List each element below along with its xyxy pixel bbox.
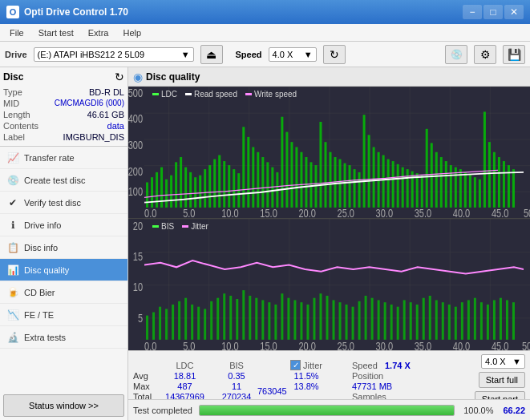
nav-create-test-disc[interactable]: 💿 Create test disc bbox=[0, 169, 127, 192]
svg-text:5.0: 5.0 bbox=[183, 208, 195, 217]
legend-jitter: Jitter bbox=[182, 222, 208, 231]
eject-button[interactable]: ⏏ bbox=[200, 45, 223, 64]
svg-rect-149 bbox=[306, 304, 309, 339]
svg-rect-69 bbox=[354, 169, 356, 208]
speed-select[interactable]: 4.0 X ▼ bbox=[269, 47, 317, 62]
cd-bier-icon: 🍺 bbox=[6, 286, 19, 299]
refresh-button[interactable]: ↻ bbox=[323, 45, 346, 64]
svg-rect-82 bbox=[416, 173, 419, 208]
svg-rect-154 bbox=[339, 302, 342, 340]
extra-tests-icon: 🔬 bbox=[6, 331, 19, 344]
read-speed-label: Read speed bbox=[194, 90, 237, 99]
nav-fe-te[interactable]: 📉 FE / TE bbox=[0, 304, 127, 326]
status-window-label: Status window >> bbox=[29, 401, 99, 410]
svg-rect-34 bbox=[184, 168, 187, 208]
disc-refresh-icon[interactable]: ↻ bbox=[115, 71, 124, 83]
status-window-button[interactable]: Status window >> bbox=[3, 394, 124, 417]
svg-rect-144 bbox=[274, 304, 277, 339]
svg-rect-78 bbox=[397, 164, 399, 208]
svg-rect-63 bbox=[324, 142, 326, 208]
svg-rect-47 bbox=[247, 137, 249, 208]
menu-help[interactable]: Help bbox=[116, 26, 148, 39]
svg-text:40.0: 40.0 bbox=[453, 208, 470, 217]
svg-rect-35 bbox=[189, 172, 192, 208]
quality-speed-select[interactable]: 4.0 X ▼ bbox=[481, 354, 525, 369]
verify-test-disc-icon: ✔ bbox=[6, 196, 19, 209]
svg-text:25.0: 25.0 bbox=[338, 339, 354, 350]
svg-rect-146 bbox=[287, 297, 289, 339]
svg-rect-128 bbox=[172, 304, 174, 339]
svg-text:200: 200 bbox=[128, 166, 143, 178]
bis-color bbox=[152, 225, 159, 228]
nav-transfer-rate[interactable]: 📈 Transfer rate bbox=[0, 147, 127, 169]
menu-file[interactable]: File bbox=[3, 26, 30, 39]
svg-rect-124 bbox=[146, 315, 148, 339]
disc-label-row: Label IMGBURN_DIS bbox=[3, 131, 124, 143]
quality-speed-val: 4.0 X bbox=[485, 357, 506, 366]
svg-rect-73 bbox=[373, 147, 375, 207]
nav-cd-bier[interactable]: 🍺 CD Bier bbox=[0, 281, 127, 304]
svg-rect-87 bbox=[440, 157, 443, 208]
progress-extra: 66.22 bbox=[503, 406, 525, 415]
svg-rect-172 bbox=[455, 306, 457, 339]
svg-rect-177 bbox=[487, 304, 489, 339]
svg-rect-71 bbox=[363, 115, 366, 208]
speed-col-label: Speed bbox=[352, 361, 378, 370]
svg-rect-64 bbox=[330, 152, 332, 208]
main-layout: Disc ↻ Type BD-R DL MID CMCMAGDI6 (000) … bbox=[0, 67, 530, 420]
svg-rect-103 bbox=[144, 219, 530, 340]
settings-button[interactable]: ⚙ bbox=[474, 45, 496, 64]
disc-panel-label: Disc bbox=[3, 71, 23, 83]
nav-section: 📈 Transfer rate 💿 Create test disc ✔ Ver… bbox=[0, 147, 127, 391]
svg-text:30.0: 30.0 bbox=[376, 208, 393, 217]
svg-rect-157 bbox=[358, 301, 361, 339]
svg-rect-171 bbox=[448, 304, 451, 339]
jitter-checkbox[interactable]: ✓ bbox=[290, 360, 301, 370]
svg-rect-88 bbox=[445, 161, 447, 208]
upper-chart: LDC Read speed Write speed bbox=[128, 87, 530, 219]
svg-rect-93 bbox=[469, 174, 471, 208]
nav-verify-test-disc[interactable]: ✔ Verify test disc bbox=[0, 192, 127, 214]
menu-extra[interactable]: Extra bbox=[82, 26, 115, 39]
svg-rect-55 bbox=[285, 132, 288, 208]
svg-rect-175 bbox=[474, 297, 476, 339]
svg-rect-139 bbox=[242, 290, 245, 340]
avg-jitter: 11.5% bbox=[262, 371, 350, 381]
minimize-button[interactable]: − bbox=[463, 5, 482, 19]
drive-select[interactable]: (E:) ATAPI iHBS212 2 5L09 ▼ bbox=[34, 47, 194, 62]
svg-rect-131 bbox=[191, 304, 193, 339]
nav-extra-tests-label: Extra tests bbox=[24, 333, 66, 342]
svg-text:100: 100 bbox=[128, 186, 143, 198]
svg-rect-94 bbox=[474, 177, 476, 208]
disc-info-panel: Disc ↻ Type BD-R DL MID CMCMAGDI6 (000) … bbox=[0, 67, 127, 147]
start-full-button[interactable]: Start full bbox=[479, 372, 525, 388]
svg-text:20: 20 bbox=[133, 219, 143, 232]
svg-rect-77 bbox=[392, 161, 394, 208]
save-button[interactable]: 💾 bbox=[503, 45, 525, 64]
svg-rect-137 bbox=[229, 295, 232, 339]
ldc-color bbox=[152, 93, 159, 95]
svg-rect-159 bbox=[371, 297, 374, 339]
lower-legend: BIS Jitter bbox=[152, 222, 208, 231]
progress-bar-fill bbox=[200, 406, 454, 415]
quality-speed-dropdown-icon: ▼ bbox=[512, 357, 521, 366]
progress-bar bbox=[199, 405, 455, 416]
progress-bar-container: Test completed 100.0% 66.22 bbox=[128, 399, 530, 420]
disc-contents-row: Contents data bbox=[3, 120, 124, 131]
svg-rect-125 bbox=[152, 312, 155, 339]
svg-rect-54 bbox=[281, 117, 283, 208]
close-button[interactable]: ✕ bbox=[504, 5, 524, 19]
svg-rect-162 bbox=[390, 304, 393, 339]
maximize-button[interactable]: □ bbox=[483, 5, 503, 19]
speed-col-header: Speed 1.74 X bbox=[352, 361, 416, 370]
svg-text:10.0: 10.0 bbox=[221, 339, 238, 350]
menu-start-test[interactable]: Start test bbox=[32, 26, 80, 39]
svg-rect-68 bbox=[349, 165, 351, 208]
nav-disc-info[interactable]: 📋 Disc info bbox=[0, 236, 127, 259]
nav-drive-info[interactable]: ℹ Drive info bbox=[0, 214, 127, 236]
svg-rect-143 bbox=[268, 302, 270, 340]
disc-read-button[interactable]: 💿 bbox=[445, 45, 467, 64]
disc-length-value: 46.61 GB bbox=[87, 110, 124, 119]
nav-extra-tests[interactable]: 🔬 Extra tests bbox=[0, 326, 127, 349]
nav-disc-quality[interactable]: 📊 Disc quality bbox=[0, 259, 127, 281]
